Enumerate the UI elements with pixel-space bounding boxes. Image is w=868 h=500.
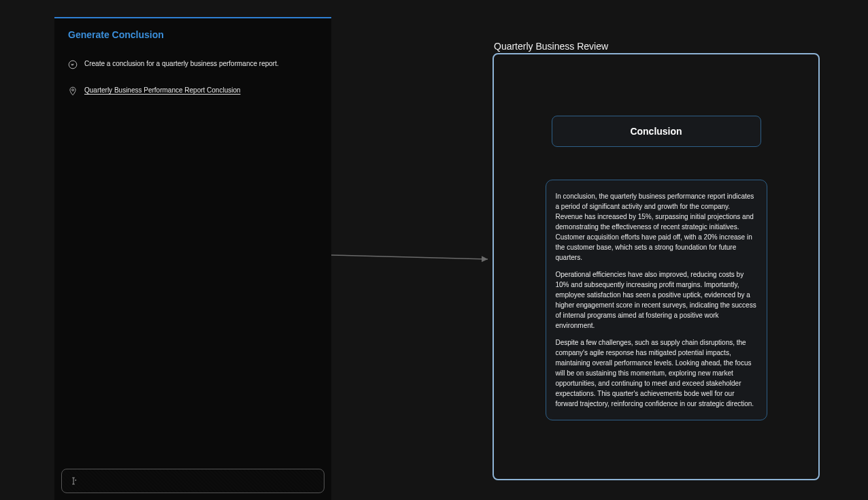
text-cursor-icon	[69, 476, 78, 486]
document-title: Quarterly Business Review	[494, 41, 608, 52]
paragraph: Despite a few challenges, such as supply…	[556, 337, 757, 409]
chat-input[interactable]	[61, 469, 324, 493]
arrow-icon	[331, 252, 493, 265]
user-circle-icon	[68, 60, 78, 69]
svg-line-2	[331, 255, 488, 259]
chat-message-link[interactable]: Quarterly Business Performance Report Co…	[84, 86, 241, 95]
chat-panel-title: Generate Conclusion	[54, 18, 331, 46]
chat-messages: Create a conclusion for a quarterly busi…	[54, 46, 331, 462]
paragraph: In conclusion, the quarterly business pe…	[556, 191, 757, 263]
chat-input-row	[54, 462, 331, 500]
chat-input-field[interactable]	[82, 477, 317, 485]
chat-message[interactable]: Quarterly Business Performance Report Co…	[68, 78, 318, 104]
document-preview: Conclusion In conclusion, the quarterly …	[493, 53, 820, 480]
chat-panel: Generate Conclusion Create a conclusion …	[54, 17, 331, 500]
section-heading: Conclusion	[552, 116, 761, 147]
svg-point-1	[72, 89, 74, 91]
location-pin-icon	[68, 86, 78, 96]
chat-message: Create a conclusion for a quarterly busi…	[68, 51, 318, 78]
section-body: In conclusion, the quarterly business pe…	[546, 180, 767, 420]
chat-message-text: Create a conclusion for a quarterly busi…	[84, 59, 279, 69]
paragraph: Operational efficiencies have also impro…	[556, 269, 757, 331]
svg-point-0	[69, 61, 77, 69]
